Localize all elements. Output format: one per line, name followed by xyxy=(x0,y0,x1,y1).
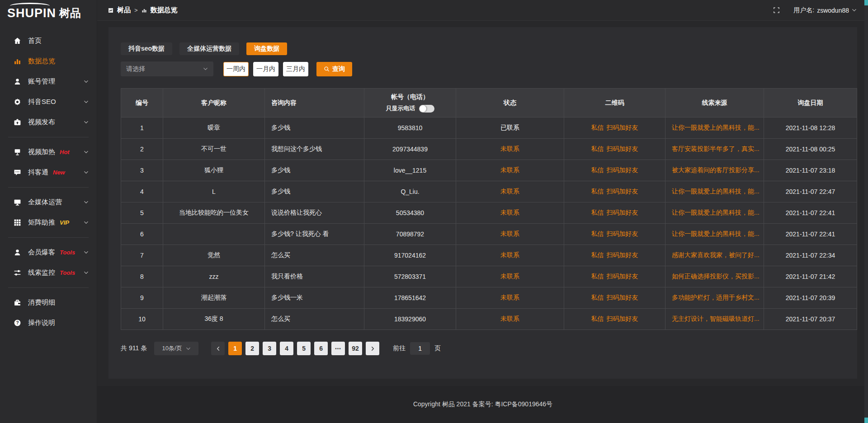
cell-nickname: 当地比较能吃的一位美女 xyxy=(163,202,265,224)
table-row: 9潮起潮落多少钱一米178651642未联系私信扫码加好友多功能护栏灯，适用于乡… xyxy=(121,287,857,309)
period-button-0[interactable]: 一周内 xyxy=(223,62,249,76)
scrollbar-thumb-top[interactable] xyxy=(864,0,868,5)
sidebar-item-clue-monitor[interactable]: 线索监控Tools xyxy=(0,263,97,283)
breadcrumb-current[interactable]: 数据总览 xyxy=(151,6,178,14)
table-header: 编号 客户昵称 咨询内容 帐号（电话） 只显示电话 状态 二维码 线索来源 xyxy=(121,89,857,118)
qr-action-link[interactable]: 私信 xyxy=(591,315,604,322)
qr-action-link[interactable]: 私信 xyxy=(591,209,604,216)
cell-id: 8 xyxy=(121,266,163,287)
qr-action-link[interactable]: 扫码加好友 xyxy=(607,294,638,301)
sidebar-item-member-baoke[interactable]: 会员爆客Tools xyxy=(0,242,97,263)
sidebar-item-omni-media-operation[interactable]: 全媒体运营 xyxy=(0,192,97,212)
sidebar-item-account-management[interactable]: 账号管理 xyxy=(0,71,97,92)
sidebar-item-consumption-detail[interactable]: 消费明细 xyxy=(0,292,97,313)
tab-inquiry-data[interactable]: 询盘数据 xyxy=(246,42,287,55)
cell-status: 未联系 xyxy=(456,224,564,245)
goto-label: 前往 xyxy=(393,344,406,352)
source-link[interactable]: 如何正确选择投影仪，买投影... xyxy=(672,273,760,280)
sidebar-divider xyxy=(8,137,89,137)
qr-action-link[interactable]: 扫码加好友 xyxy=(607,315,638,322)
qr-action-link[interactable]: 扫码加好友 xyxy=(607,273,638,280)
cell-content: 怎么买 xyxy=(265,309,364,330)
qr-action-link[interactable]: 私信 xyxy=(591,145,604,152)
sidebar-item-douketong[interactable]: 抖客通New xyxy=(0,162,97,183)
search-button[interactable]: 查询 xyxy=(316,62,352,76)
sidebar-item-label: 线索监控 xyxy=(28,268,55,277)
source-link[interactable]: 让你一眼就爱上的黑科技，能... xyxy=(672,124,760,131)
source-link[interactable]: 让你一眼就爱上的黑科技，能... xyxy=(672,230,760,237)
home-icon xyxy=(14,37,21,45)
cell-id: 7 xyxy=(121,245,163,266)
qr-action-link[interactable]: 扫码加好友 xyxy=(607,251,638,258)
sidebar-item-video-publish[interactable]: 视频发布 xyxy=(0,112,97,132)
qr-action-link[interactable]: 私信 xyxy=(591,188,604,195)
cell-id: 2 xyxy=(121,139,163,160)
sidebar-item-video-heating[interactable]: 视频加热Hot xyxy=(0,142,97,162)
source-link[interactable]: 客厅安装投影半年多了，真实... xyxy=(672,145,760,152)
page-button-2[interactable]: 2 xyxy=(245,342,259,355)
source-link[interactable]: 感谢大家喜欢我家，被问了好... xyxy=(672,251,760,258)
source-link[interactable]: 让你一眼就爱上的黑科技，能... xyxy=(672,188,760,195)
cell-content: 怎么买 xyxy=(265,245,364,266)
goto-page-input[interactable] xyxy=(410,342,430,355)
tab-omnimedia-operation-data[interactable]: 全媒体运营数据 xyxy=(179,42,239,55)
page-button-1[interactable]: 1 xyxy=(228,342,242,355)
qr-action-link[interactable]: 扫码加好友 xyxy=(607,230,638,237)
breadcrumb-root[interactable]: 树品 xyxy=(117,6,131,14)
tab-douyin-seo-data[interactable]: 抖音seo数据 xyxy=(121,42,172,55)
page-button-92[interactable]: 92 xyxy=(349,342,362,355)
cell-account: Q_Liu. xyxy=(364,181,456,202)
phone-only-toggle[interactable] xyxy=(419,105,434,113)
page-button-3[interactable]: 3 xyxy=(263,342,276,355)
qr-action-link[interactable]: 私信 xyxy=(591,230,604,237)
page-button-5[interactable]: 5 xyxy=(297,342,311,355)
source-link[interactable]: 被大家追着问的客厅投影分享... xyxy=(672,166,760,174)
sidebar-item-matrix-boost[interactable]: 矩阵助推VIP xyxy=(0,212,97,233)
cell-qrcode: 私信扫码加好友 xyxy=(564,181,665,202)
page-scrollbar[interactable] xyxy=(864,0,868,423)
page-button-6[interactable]: 6 xyxy=(314,342,328,355)
sidebar-item-label: 操作说明 xyxy=(28,319,55,327)
page-button-4[interactable]: 4 xyxy=(280,342,293,355)
cell-source: 感谢大家喜欢我家，被问了好... xyxy=(665,245,764,266)
filter-select[interactable]: 请选择 xyxy=(121,61,213,76)
source-link[interactable]: 让你一眼就爱上的黑科技，能... xyxy=(672,209,760,216)
content-panel: 抖音seo数据全媒体运营数据询盘数据 请选择 一周内一月内三月内 查询 xyxy=(108,27,857,379)
sidebar-item-label: 视频加热 xyxy=(28,148,55,156)
source-link[interactable]: 多功能护栏灯，适用于乡村文... xyxy=(672,294,760,301)
qr-action-link[interactable]: 私信 xyxy=(591,251,604,258)
qr-action-link[interactable]: 私信 xyxy=(591,273,604,280)
period-button-1[interactable]: 一月内 xyxy=(253,62,278,76)
source-link[interactable]: 无主灯设计，智能磁吸轨道灯... xyxy=(672,315,760,322)
cell-source: 如何正确选择投影仪，买投影... xyxy=(665,266,764,287)
qr-action-link[interactable]: 扫码加好友 xyxy=(607,166,638,174)
qr-action-link[interactable]: 扫码加好友 xyxy=(607,188,638,195)
qr-action-link[interactable]: 私信 xyxy=(591,166,604,174)
sidebar-divider xyxy=(8,287,89,288)
sidebar-item-home[interactable]: 首页 xyxy=(0,31,97,51)
qr-action-link[interactable]: 扫码加好友 xyxy=(607,209,638,216)
fullscreen-icon[interactable] xyxy=(773,7,780,14)
person-icon xyxy=(14,249,21,256)
period-button-2[interactable]: 三月内 xyxy=(283,62,308,76)
username-value: zswodun88 xyxy=(817,7,849,14)
scrollbar-thumb-bottom[interactable] xyxy=(864,418,868,423)
cell-content: 多少钱一米 xyxy=(265,287,364,309)
prev-page-button[interactable] xyxy=(211,342,225,355)
sidebar-item-douyin-seo[interactable]: 抖音SEO xyxy=(0,92,97,112)
inquiry-table: 编号 客户昵称 咨询内容 帐号（电话） 只显示电话 状态 二维码 线索来源 xyxy=(121,88,857,330)
qr-action-link[interactable]: 私信 xyxy=(591,294,604,301)
next-page-button[interactable] xyxy=(366,342,379,355)
qr-action-link[interactable]: 私信 xyxy=(591,124,604,131)
page-size-select[interactable]: 10条/页 xyxy=(154,342,198,355)
sidebar-item-operation-guide[interactable]: ?操作说明 xyxy=(0,313,97,333)
sidebar-item-data-overview[interactable]: 数据总览 xyxy=(0,51,97,71)
ellipsis-pages-button[interactable]: ••• xyxy=(331,342,345,355)
qr-action-link[interactable]: 扫码加好友 xyxy=(607,145,638,152)
cell-status: 未联系 xyxy=(456,139,564,160)
chevron-down-icon xyxy=(84,99,89,104)
search-icon xyxy=(324,66,330,72)
qr-action-link[interactable]: 扫码加好友 xyxy=(607,124,638,131)
chevron-down-icon xyxy=(186,346,191,351)
user-menu[interactable]: 用户名: zswodun88 xyxy=(793,6,857,14)
